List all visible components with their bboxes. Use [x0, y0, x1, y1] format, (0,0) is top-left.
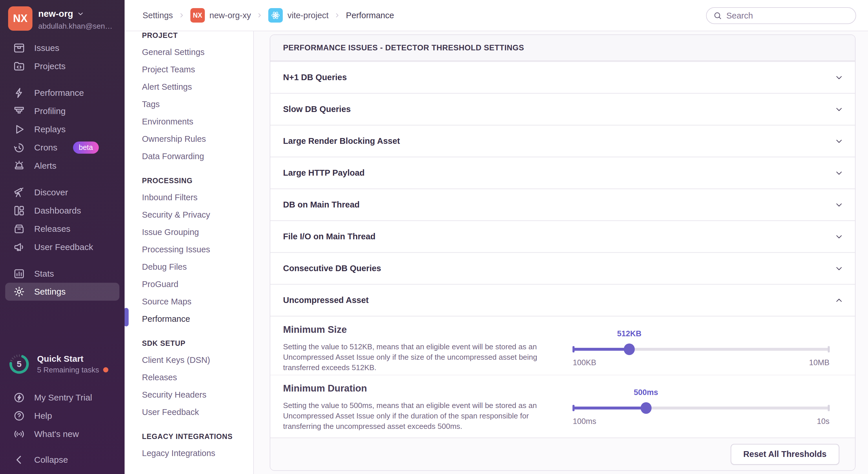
sidebar-item-alerts[interactable]: Alerts — [0, 157, 125, 175]
minimum-duration-slider: 500ms 100ms 10s — [573, 388, 830, 432]
settings-nav-item-inbound-filters[interactable]: Inbound Filters — [142, 189, 249, 206]
settings-nav-section-sdk-setup: SDK SETUP Client Keys (DSN) Releases Sec… — [142, 335, 249, 421]
slider-thumb[interactable] — [641, 402, 652, 414]
settings-nav-item-issue-grouping[interactable]: Issue Grouping — [142, 224, 249, 241]
sidebar-item-label: Releases — [34, 224, 70, 234]
sidebar-item-releases[interactable]: Releases — [0, 219, 125, 238]
sidebar-item-issues[interactable]: Issues — [0, 39, 125, 57]
settings-nav-item-general-settings[interactable]: General Settings — [142, 43, 249, 61]
settings-nav-item-client-keys[interactable]: Client Keys (DSN) — [142, 351, 249, 369]
breadcrumb-org[interactable]: NX new-org-xy — [190, 8, 251, 23]
setting-name: Minimum Duration — [283, 383, 367, 394]
settings-nav-item-performance[interactable]: Performance — [142, 310, 249, 328]
sidebar-item-crons[interactable]: Crons beta — [0, 138, 125, 157]
accordion-row-file-io-on-main-thread[interactable]: File I/O on Main Thread — [270, 220, 855, 252]
accordion-row-large-render-blocking-asset[interactable]: Large Render Blocking Asset — [270, 125, 855, 157]
settings-nav-item-data-forwarding[interactable]: Data Forwarding — [142, 147, 249, 165]
sidebar-item-projects[interactable]: Projects — [0, 57, 125, 75]
search-icon — [713, 11, 722, 20]
slider-fill — [573, 407, 646, 409]
settings-nav-item-environments[interactable]: Environments — [142, 113, 249, 130]
sidebar-item-whats-new[interactable]: What's new — [0, 425, 125, 443]
quick-start-subtitle: 5 Remaining tasks — [37, 366, 99, 374]
quick-start[interactable]: 5 Quick Start 5 Remaining tasks — [9, 353, 108, 374]
org-avatar: NX — [8, 6, 32, 31]
breadcrumb-project-label: vite-project — [287, 11, 329, 20]
nav-group-observability: Performance Profiling Replays Crons beta… — [0, 83, 125, 175]
settings-nav-section-legacy: LEGACY INTEGRATIONS Legacy Integrations — [142, 428, 249, 462]
accordion-row-slow-db-queries[interactable]: Slow DB Queries — [270, 93, 855, 125]
org-switcher[interactable]: NX new-org abdullah.khan@sen… — [8, 6, 113, 31]
accordion-row-consecutive-db-queries[interactable]: Consecutive DB Queries — [270, 252, 855, 284]
sidebar-nav: Issues Projects Performance Profiling Re… — [0, 39, 125, 301]
sidebar-item-replays[interactable]: Replays — [0, 120, 125, 138]
accordion-row-n-plus-one-db-queries[interactable]: N+1 DB Queries — [270, 61, 855, 93]
chevron-up-icon — [835, 296, 843, 305]
settings-nav-item-tags[interactable]: Tags — [142, 96, 249, 113]
section-title: PROCESSING — [142, 172, 249, 189]
settings-nav-item-project-teams[interactable]: Project Teams — [142, 61, 249, 78]
beta-badge: beta — [73, 141, 99, 154]
settings-nav-item-legacy-integrations[interactable]: Legacy Integrations — [142, 444, 249, 462]
accordion-row-uncompressed-asset[interactable]: Uncompressed Asset — [270, 284, 855, 316]
quick-start-title: Quick Start — [37, 354, 108, 364]
react-project-icon — [268, 8, 283, 23]
chevron-right-icon — [256, 12, 263, 19]
settings-nav-item-debug-files[interactable]: Debug Files — [142, 258, 249, 275]
settings-nav-item-proguard[interactable]: ProGuard — [142, 275, 249, 293]
settings-nav-item-user-feedback[interactable]: User Feedback — [142, 403, 249, 421]
sidebar-item-label: Dashboards — [34, 206, 81, 215]
sidebar-item-profiling[interactable]: Profiling — [0, 102, 125, 120]
sidebar-item-dashboards[interactable]: Dashboards — [0, 201, 125, 219]
settings-nav-item-source-maps[interactable]: Source Maps — [142, 293, 249, 310]
settings-nav-item-ownership-rules[interactable]: Ownership Rules — [142, 130, 249, 147]
slider-fill — [573, 348, 629, 351]
sidebar-item-settings[interactable]: Settings — [5, 283, 119, 301]
settings-nav-item-security-headers[interactable]: Security Headers — [142, 386, 249, 403]
accordion-row-label: Large HTTP Payload — [283, 168, 365, 178]
accordion-row-label: N+1 DB Queries — [283, 73, 347, 82]
settings-nav-item-security-privacy[interactable]: Security & Privacy — [142, 206, 249, 224]
sidebar-item-label: Stats — [34, 269, 54, 279]
breadcrumb-project[interactable]: vite-project — [268, 8, 329, 23]
sidebar-item-performance[interactable]: Performance — [0, 83, 125, 102]
sidebar-item-help[interactable]: Help — [0, 407, 125, 425]
slider-value-label: 512KB — [617, 329, 642, 338]
sidebar-utility: My Sentry Trial Help What's new — [0, 388, 125, 443]
slider-max-label: 10MB — [809, 358, 830, 367]
chevron-right-icon — [178, 12, 185, 19]
settings-nav-item-alert-settings[interactable]: Alert Settings — [142, 78, 249, 96]
panel-title: PERFORMANCE ISSUES - DETECTOR THRESHOLD … — [270, 35, 855, 61]
sidebar-item-discover[interactable]: Discover — [0, 183, 125, 201]
search-input[interactable] — [726, 11, 849, 21]
accordion-row-large-http-payload[interactable]: Large HTTP Payload — [270, 157, 855, 189]
settings-nav: PROJECT General Settings Project Teams A… — [125, 0, 254, 474]
issues-icon — [13, 42, 26, 55]
sidebar-item-label: Issues — [34, 43, 59, 53]
minimum-size-slider: 512KB 100KB 10MB — [573, 329, 830, 373]
sidebar-item-user-feedback[interactable]: User Feedback — [0, 238, 125, 256]
replays-icon — [13, 123, 26, 136]
setting-description: Setting the value to 500ms, means that a… — [283, 400, 545, 432]
sidebar-item-my-sentry-trial[interactable]: My Sentry Trial — [0, 388, 125, 407]
sidebar-item-stats[interactable]: Stats — [0, 265, 125, 283]
sidebar-item-label: Discover — [34, 188, 68, 197]
accordion-row-db-on-main-thread[interactable]: DB on Main Thread — [270, 189, 855, 220]
breadcrumb-org-label: new-org-xy — [210, 11, 251, 20]
threshold-settings-panel: PERFORMANCE ISSUES - DETECTOR THRESHOLD … — [270, 34, 856, 471]
reset-all-thresholds-button[interactable]: Reset All Thresholds — [731, 444, 839, 465]
accordion-row-label: Consecutive DB Queries — [283, 264, 381, 273]
breadcrumb-settings[interactable]: Settings — [143, 11, 173, 20]
accordion-row-label: DB on Main Thread — [283, 200, 360, 209]
section-title: SDK SETUP — [142, 335, 249, 351]
sidebar-item-label: Replays — [34, 125, 65, 134]
org-name: new-org — [38, 9, 73, 19]
collapse-label: Collapse — [34, 455, 68, 465]
settings-nav-item-releases[interactable]: Releases — [142, 369, 249, 386]
broadcast-icon — [13, 428, 26, 440]
collapse-button[interactable]: Collapse — [0, 450, 125, 469]
settings-nav-item-processing-issues[interactable]: Processing Issues — [142, 241, 249, 258]
slider-thumb[interactable] — [624, 343, 635, 355]
slider-end-cap — [828, 405, 830, 411]
help-icon — [13, 409, 26, 422]
